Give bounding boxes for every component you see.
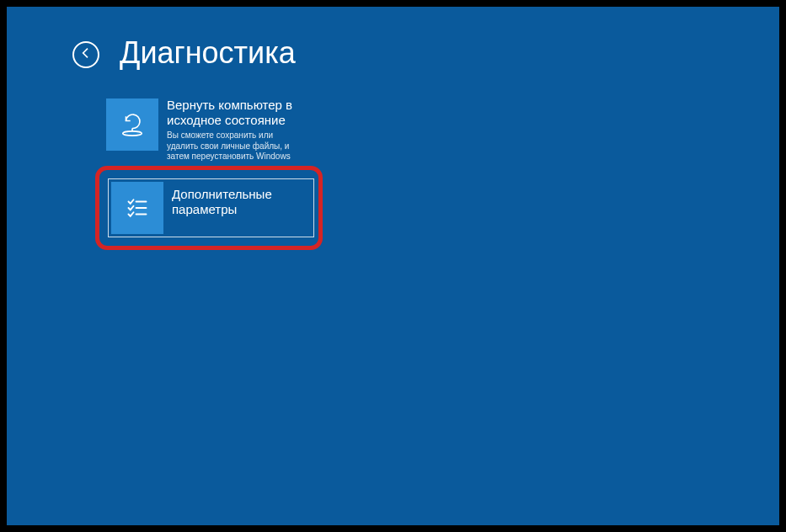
annotation-highlight: Дополнительные параметры [95,166,323,250]
tiles-container: Вернуть компьютер в исходное состояние В… [7,71,779,250]
tile-reset-pc[interactable]: Вернуть компьютер в исходное состояние В… [106,96,308,162]
svg-point-0 [123,131,142,136]
page-title: Диагностика [120,35,296,71]
header: Диагностика [7,7,779,71]
back-button[interactable] [72,41,99,68]
recovery-screen: Диагностика Вернуть компьютер в исходное… [7,7,779,525]
back-arrow-icon [79,46,93,63]
tile-title: Дополнительные параметры [172,187,305,217]
tile-description: Вы сможете сохранить или удалить свои ли… [167,130,300,162]
tile-text: Вернуть компьютер в исходное состояние В… [158,96,300,162]
reset-icon [106,98,158,151]
tile-advanced-options[interactable]: Дополнительные параметры [108,178,314,237]
checklist-icon [111,182,163,234]
tile-title: Вернуть компьютер в исходное состояние [167,98,300,128]
tile-text: Дополнительные параметры [163,182,305,217]
